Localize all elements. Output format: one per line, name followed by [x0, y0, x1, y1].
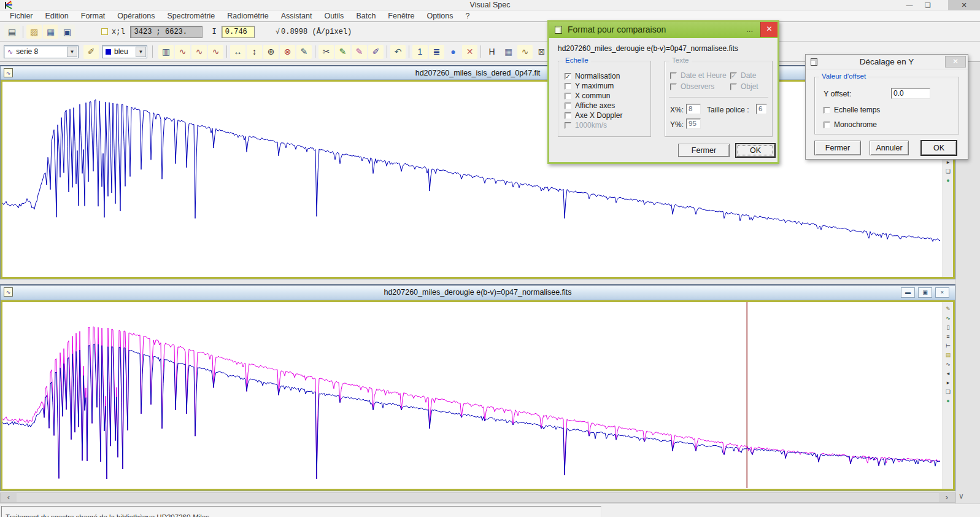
format-dialog-more-button[interactable]: ... [746, 25, 753, 34]
format-fermer-button[interactable]: Fermer [678, 144, 730, 157]
element-table-icon[interactable]: ▦ [501, 45, 516, 59]
menu-oprations[interactable]: Opérations [111, 12, 161, 20]
checkbox-box[interactable] [565, 83, 571, 90]
x-percent-input[interactable]: 8 [686, 104, 701, 114]
format-dialog-title: Format pour comparaison [568, 25, 666, 34]
paint-icon[interactable]: ✐ [368, 45, 384, 59]
series-select[interactable]: ∿ serie 8 ▼ [4, 45, 79, 58]
offset-dialog-titlebar[interactable]: Décalage en Y ✕ [806, 55, 968, 69]
window2-maximize-button[interactable]: ▣ [918, 287, 932, 298]
affiche-axes-checkbox[interactable]: Affiche axes [565, 101, 615, 110]
print-icon[interactable]: ▤ [4, 25, 20, 39]
ruler-icon[interactable]: ▤ [946, 351, 951, 360]
equalize-icon[interactable]: ≡ [946, 332, 949, 341]
rainbow-icon[interactable]: ● [946, 397, 949, 406]
draw-line-icon[interactable]: ✎ [335, 45, 350, 59]
h-alpha-table-icon[interactable]: H [484, 45, 500, 59]
overlay-spectra-icon[interactable]: ∿ [191, 45, 207, 59]
scroll-down-arrow-icon[interactable]: ∨ [959, 492, 964, 500]
x-commun-checkbox[interactable]: X commun [565, 91, 610, 100]
menu-fentre[interactable]: Fenêtre [382, 12, 420, 20]
window2-close-button[interactable]: × [935, 287, 949, 298]
coord-mode-checkbox[interactable] [101, 28, 108, 35]
normalize-icon[interactable]: 1 [412, 45, 428, 59]
restore-button[interactable]: ❏ [919, 0, 937, 10]
menu-options[interactable]: Options [420, 12, 459, 20]
stack-spectra-icon[interactable]: ∿ [208, 45, 223, 59]
overlay-two-spectra-icon[interactable]: ∿ [175, 45, 190, 59]
series-dropdown-arrow-icon[interactable]: ▼ [67, 47, 77, 57]
zoom-icon[interactable]: ⊕ [263, 45, 279, 59]
clipboard-icon[interactable]: ▯ [947, 323, 950, 332]
axe-x-doppler-checkbox[interactable]: Axe X Doppler [565, 111, 622, 120]
checkbox-box[interactable] [824, 107, 830, 114]
open-spectrum-icon[interactable]: ▨ [26, 25, 42, 39]
right-arrow-icon[interactable]: ▸ [947, 378, 950, 387]
main-titlebar[interactable]: Visual Spec — ❏ ✕ [0, 0, 980, 10]
smooth-icon[interactable]: ∿ [946, 314, 951, 323]
horizontal-scrollbar[interactable]: ‹ › [0, 492, 955, 503]
normalize-list-icon[interactable]: ≣ [429, 45, 444, 59]
menu-batch[interactable]: Batch [350, 12, 382, 20]
format-ok-button[interactable]: OK [736, 144, 775, 157]
offset-annuler-button[interactable]: Annuler [870, 141, 909, 155]
axis-icon[interactable]: ⊢ [946, 341, 951, 351]
color-dropdown-arrow-icon[interactable]: ▼ [136, 47, 146, 57]
scroll-left-arrow-icon[interactable]: ‹ [1, 493, 17, 502]
rainbow-icon[interactable]: ● [946, 176, 949, 185]
checkbox-box[interactable] [565, 103, 571, 109]
menu-edition[interactable]: Edition [39, 12, 75, 20]
left-arrow-icon[interactable]: ◂ [947, 369, 950, 378]
water-drop-icon[interactable]: ● [446, 45, 461, 59]
checkbox-box[interactable] [565, 93, 571, 99]
monochrome-checkbox[interactable]: Monochrome [824, 120, 877, 129]
menu-fichier[interactable]: Fichier [4, 12, 39, 20]
draw-point-icon[interactable]: ✎ [352, 45, 367, 59]
unzoom-icon[interactable]: ⊗ [280, 45, 295, 59]
format-dialog-close-button[interactable]: ✕ [760, 22, 777, 37]
window2-plot-area[interactable]: ✎∿▯≡⊢▤∿◂▸❏● [1, 300, 955, 491]
spectrum-plot-2[interactable] [2, 302, 940, 488]
offset-dialog-close-button[interactable]: ✕ [945, 56, 966, 68]
echelle-temps-checkbox[interactable]: Echelle temps [824, 106, 880, 114]
magic-wand-icon[interactable]: ✐ [83, 45, 99, 59]
erase-line-icon[interactable]: ✕ [462, 45, 477, 59]
format-dialog-titlebar[interactable]: Format pour comparaison ... ✕ [549, 22, 777, 38]
menu-format[interactable]: Format [75, 12, 112, 20]
minimize-button[interactable]: — [900, 0, 919, 10]
menu-outils[interactable]: Outils [318, 12, 350, 20]
menu-spectromtrie[interactable]: Spectrométrie [161, 12, 222, 20]
window2-minimize-button[interactable]: ▬ [901, 287, 915, 298]
save-icon[interactable]: ▣ [60, 25, 75, 39]
pen-color-select[interactable]: bleu ▼ [102, 45, 147, 58]
offset-ok-button[interactable]: OK [921, 141, 957, 155]
y-maximum-checkbox[interactable]: Y maximum [565, 82, 614, 90]
mini-chart-icon[interactable]: ∿ [946, 360, 951, 369]
scroll-right-arrow-icon[interactable]: › [939, 493, 955, 502]
profile-window-icon[interactable]: ▦ [43, 25, 58, 39]
display-spectra-icon[interactable]: ▥ [158, 45, 174, 59]
copy-icon[interactable]: ❏ [946, 167, 951, 176]
menu-radiomtrie[interactable]: Radiométrie [221, 12, 274, 20]
menu-assistant[interactable]: Assistant [275, 12, 318, 20]
expand-x-icon[interactable]: ↔ [230, 45, 245, 59]
offset-fermer-button[interactable]: Fermer [814, 141, 861, 155]
undo-curve-icon[interactable]: ↶ [390, 45, 406, 59]
spectrum-plot-1[interactable] [2, 82, 940, 277]
cut-spectrum-icon[interactable]: ✂ [318, 45, 334, 59]
window2-titlebar[interactable]: ∿ hd207260_miles_derougie e(b-v)=0p47_no… [1, 286, 955, 300]
calibration-lamp-icon[interactable]: ∿ [517, 45, 533, 59]
expand-y-icon[interactable]: ↕ [247, 45, 262, 59]
checkbox-box[interactable] [565, 112, 571, 119]
menu-?[interactable]: ? [460, 12, 476, 20]
checkbox-box[interactable] [824, 122, 830, 128]
normalisation-checkbox[interactable]: ✓Normalisation [565, 72, 620, 80]
edit-display-icon[interactable]: ✎ [296, 45, 312, 59]
copy-icon[interactable]: ❏ [946, 387, 951, 397]
checkbox-box[interactable]: ✓ [565, 73, 571, 80]
font-size-input[interactable]: 6 [756, 104, 767, 114]
y-offset-input[interactable]: 0.0 [891, 88, 930, 99]
y-percent-input[interactable]: 95 [686, 119, 701, 129]
close-button[interactable]: ✕ [948, 0, 980, 10]
pen-icon[interactable]: ✎ [946, 305, 951, 314]
